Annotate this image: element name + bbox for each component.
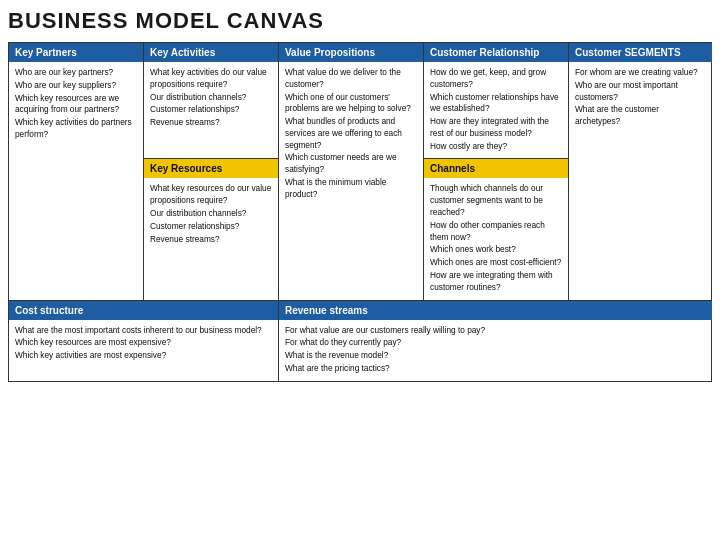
key-activities-body: What key activities do our value proposi… [144, 62, 278, 158]
cost-structure-body: What are the most important costs inhere… [9, 320, 278, 381]
key-partners-header: Key Partners [9, 43, 143, 62]
cost-structure-header: Cost structure [9, 301, 278, 320]
value-propositions-section: Value Propositions What value do we deli… [279, 43, 424, 301]
key-partners-section: Key Partners Who are our key partners? W… [9, 43, 144, 301]
channels-body: Though which channels do our customer se… [424, 178, 568, 299]
customer-segments-section: Customer SEGMENTS For whom are we creati… [569, 43, 712, 301]
key-activities-section: Key Activities What key activities do ou… [144, 43, 279, 159]
key-resources-section: Key Resources What key resources do our … [144, 159, 279, 300]
customer-relationship-body: How do we get, keep, and grow customers?… [424, 62, 568, 158]
revenue-streams-section: Revenue streams For what value are our c… [279, 301, 712, 381]
key-resources-header: Key Resources [144, 159, 278, 178]
revenue-streams-body: For what value are our customers really … [279, 320, 712, 381]
customer-relationship-header: Customer Relationship [424, 43, 568, 62]
customer-segments-body: For whom are we creating value? Who are … [569, 62, 712, 300]
key-partners-body: Who are our key partners? Who are our ke… [9, 62, 143, 300]
customer-relationship-section: Customer Relationship How do we get, kee… [424, 43, 569, 159]
page-title: BUSINESS MODEL CANVAS [8, 8, 712, 34]
revenue-streams-header: Revenue streams [279, 301, 712, 320]
value-propositions-body: What value do we deliver to the customer… [279, 62, 423, 300]
key-activities-header: Key Activities [144, 43, 278, 62]
cost-structure-section: Cost structure What are the most importa… [9, 301, 279, 381]
customer-segments-header: Customer SEGMENTS [569, 43, 712, 62]
key-resources-body: What key resources do our value proposit… [144, 178, 278, 299]
value-propositions-header: Value Propositions [279, 43, 423, 62]
channels-section: Channels Though which channels do our cu… [424, 159, 569, 300]
canvas-container: Key Partners Who are our key partners? W… [8, 42, 712, 382]
channels-header: Channels [424, 159, 568, 178]
